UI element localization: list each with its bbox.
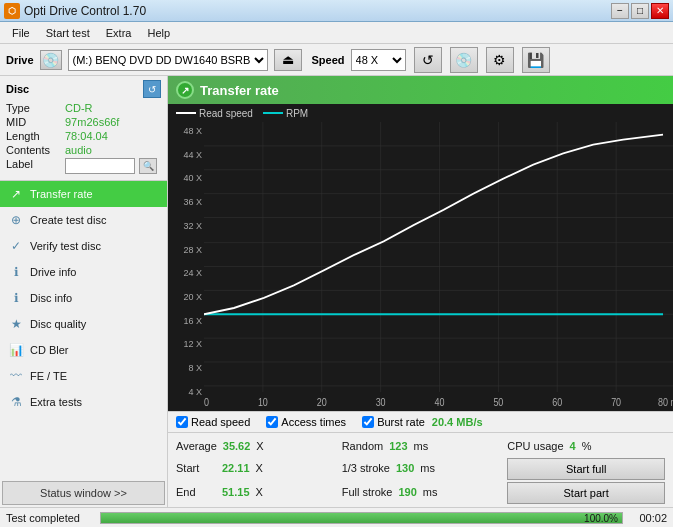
nav-cd-bler[interactable]: 📊 CD Bler [0,337,167,363]
stat-1-3-stroke-value: 130 [396,462,414,474]
menu-file[interactable]: File [4,25,38,41]
start-part-button[interactable]: Start part [507,482,665,504]
nav-fe-te[interactable]: 〰 FE / TE [0,363,167,389]
y-axis: 48 X 44 X 40 X 36 X 32 X 28 X 24 X 20 X … [168,122,204,411]
menu-extra[interactable]: Extra [98,25,140,41]
maximize-button[interactable]: □ [631,3,649,19]
extra-tests-icon: ⚗ [8,394,24,410]
stat-random-unit: ms [414,440,429,452]
access-times-checkbox[interactable] [266,416,278,428]
stat-cpu-value: 4 [570,440,576,452]
menu-start-test[interactable]: Start test [38,25,98,41]
stat-1-3-stroke-label: 1/3 stroke [342,462,390,474]
read-speed-option-label: Read speed [191,416,250,428]
access-times-option: Access times [266,416,346,428]
disc-length-row: Length 78:04.04 [6,130,161,142]
nav-items: ↗ Transfer rate ⊕ Create test disc ✓ Ver… [0,181,167,479]
legend-rpm-label: RPM [286,108,308,119]
right-panel: ↗ Transfer rate Read speed RPM 48 X 44 X… [168,76,673,507]
stat-cpu-label: CPU usage [507,440,563,452]
nav-verify-test-disc-label: Verify test disc [30,240,101,252]
svg-text:80 min: 80 min [658,396,673,408]
title-bar-left: ⬡ Opti Drive Control 1.70 [4,3,146,19]
y-label-48x: 48 X [170,126,202,136]
status-window-button[interactable]: Status window >> [2,481,165,505]
refresh-button[interactable]: ↺ [414,47,442,73]
chart-legend: Read speed RPM [168,104,673,122]
disc-panel: Disc ↺ Type CD-R MID 97m26s66f Length 78… [0,76,167,181]
stat-end-unit: X [256,486,263,498]
nav-fe-te-label: FE / TE [30,370,67,382]
nav-disc-quality-label: Disc quality [30,318,86,330]
nav-create-test-disc-label: Create test disc [30,214,106,226]
y-label-44x: 44 X [170,150,202,160]
y-label-36x: 36 X [170,197,202,207]
disc-type-row: Type CD-R [6,102,161,114]
chart-icon: ↗ [176,81,194,99]
stat-full-stroke-value: 190 [398,486,416,498]
disc-refresh-button[interactable]: ↺ [143,80,161,98]
chart-options: Read speed Access times Burst rate 20.4 … [168,411,673,433]
y-label-24x: 24 X [170,268,202,278]
read-speed-checkbox[interactable] [176,416,188,428]
label-input[interactable] [65,158,135,174]
drive-select[interactable]: (M:) BENQ DVD DD DW1640 BSRB [68,49,268,71]
stat-average-value: 35.62 [223,440,251,452]
nav-disc-quality[interactable]: ★ Disc quality [0,311,167,337]
status-bar: Test completed 100.0% 00:02 [0,507,673,527]
nav-extra-tests[interactable]: ⚗ Extra tests [0,389,167,415]
disc-button[interactable]: 💿 [450,47,478,73]
disc-label-row: Label 🔍 [6,158,161,174]
drive-label: Drive [6,54,34,66]
progress-text: 100.0% [584,513,618,525]
nav-create-test-disc[interactable]: ⊕ Create test disc [0,207,167,233]
eject-button[interactable]: ⏏ [274,49,302,71]
disc-length-label: Length [6,130,61,142]
nav-drive-info-label: Drive info [30,266,76,278]
disc-mid-value: 97m26s66f [65,116,119,128]
fe-te-icon: 〰 [8,368,24,384]
stat-start-unit: X [256,462,263,474]
access-times-option-label: Access times [281,416,346,428]
cd-bler-icon: 📊 [8,342,24,358]
stat-start-label: Start [176,462,216,474]
disc-contents-row: Contents audio [6,144,161,156]
stat-average: Average 35.62 X [176,436,334,456]
drive-icon: 💿 [40,50,62,70]
nav-disc-info-label: Disc info [30,292,72,304]
transfer-rate-icon: ↗ [8,186,24,202]
legend-rpm: RPM [263,108,308,119]
nav-transfer-rate-label: Transfer rate [30,188,93,200]
settings-button[interactable]: ⚙ [486,47,514,73]
menu-help[interactable]: Help [139,25,178,41]
close-button[interactable]: ✕ [651,3,669,19]
stats-area: Average 35.62 X Random 123 ms CPU usage … [168,433,673,507]
menu-bar: File Start test Extra Help [0,22,673,44]
nav-drive-info[interactable]: ℹ Drive info [0,259,167,285]
svg-text:30: 30 [376,396,386,408]
stat-cpu: CPU usage 4 % [507,436,665,456]
burst-rate-checkbox[interactable] [362,416,374,428]
nav-disc-info[interactable]: ℹ Disc info [0,285,167,311]
speed-select[interactable]: 48 X [351,49,406,71]
svg-text:60: 60 [552,396,562,408]
y-label-32x: 32 X [170,221,202,231]
stat-start: Start 22.11 X [176,458,334,478]
burst-rate-option: Burst rate 20.4 MB/s [362,416,482,428]
minimize-button[interactable]: − [611,3,629,19]
save-button[interactable]: 💾 [522,47,550,73]
start-full-button[interactable]: Start full [507,458,665,480]
svg-text:0: 0 [204,396,209,408]
stat-end-value: 51.15 [222,486,250,498]
disc-mid-label: MID [6,116,61,128]
label-search-button[interactable]: 🔍 [139,158,157,174]
legend-read-speed-label: Read speed [199,108,253,119]
disc-type-value: CD-R [65,102,93,114]
nav-verify-test-disc[interactable]: ✓ Verify test disc [0,233,167,259]
y-label-8x: 8 X [170,363,202,373]
legend-read-speed: Read speed [176,108,253,119]
legend-read-speed-color [176,112,196,114]
stat-end: End 51.15 X [176,482,334,502]
y-label-16x: 16 X [170,316,202,326]
nav-transfer-rate[interactable]: ↗ Transfer rate [0,181,167,207]
